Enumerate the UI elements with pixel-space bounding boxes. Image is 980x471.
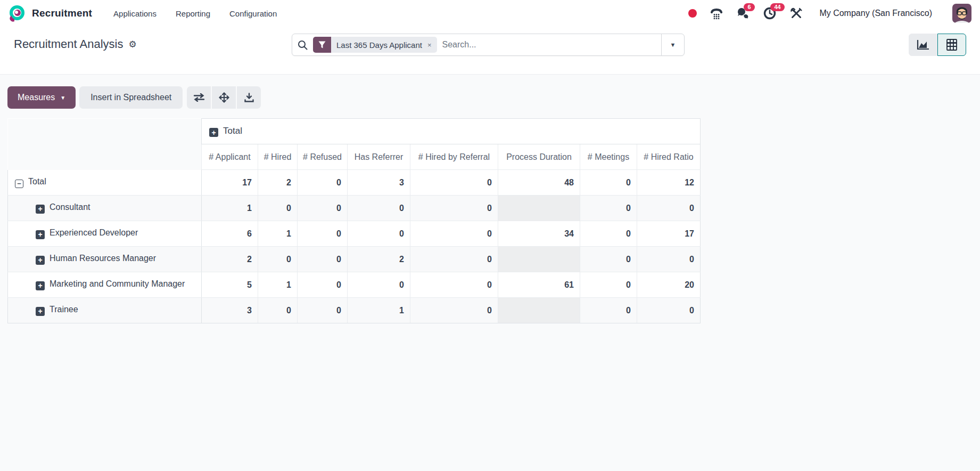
table-row-total: −Total 17 2 0 3 0 48 0 12 <box>8 170 701 196</box>
pivot-cell: 34 <box>498 221 580 247</box>
pivot-cell: 0 <box>298 272 348 298</box>
pivot-cell-empty <box>498 247 580 272</box>
pivot-cell: 2 <box>258 170 298 196</box>
facet-body: Last 365 Days Applicant × <box>331 37 437 53</box>
graph-view-button[interactable] <box>909 34 937 56</box>
pivot-cell: 12 <box>637 170 701 196</box>
row-label: Consultant <box>50 202 90 212</box>
expand-icon[interactable]: + <box>209 128 218 137</box>
expand-icon[interactable]: + <box>36 205 45 214</box>
row-label: Trainee <box>50 305 78 314</box>
pivot-view-button[interactable] <box>937 34 966 56</box>
activities-clock-icon[interactable]: 44 <box>763 7 777 20</box>
col-header-process-duration[interactable]: Process Duration <box>498 144 580 170</box>
pivot-cell: 0 <box>298 170 348 196</box>
tools-icon[interactable] <box>789 7 803 20</box>
pivot-cell: 17 <box>202 170 258 196</box>
table-row-trainee: +Trainee 3 0 0 1 0 0 0 <box>8 298 701 323</box>
measures-label: Measures <box>18 93 55 102</box>
chevron-down-icon: ▼ <box>60 95 65 101</box>
recording-status-dot <box>688 9 697 18</box>
row-label: Total <box>28 177 46 186</box>
pivot-cell: 1 <box>258 221 298 247</box>
col-header-hired[interactable]: # Hired <box>258 144 298 170</box>
download-xlsx-button[interactable] <box>237 86 261 109</box>
flip-axis-icon <box>193 93 205 102</box>
row-header-hr-manager[interactable]: +Human Resources Manager <box>8 247 202 272</box>
app-name: Recruitment <box>32 7 92 19</box>
systray: 6 44 My Company (San Francisco) <box>688 4 971 23</box>
table-row-hr-manager: +Human Resources Manager 2 0 0 2 0 0 0 <box>8 247 701 272</box>
pivot-cell: 2 <box>348 247 410 272</box>
expand-all-button[interactable] <box>212 86 236 109</box>
pivot-cell: 0 <box>348 221 410 247</box>
pivot-cell: 3 <box>348 170 410 196</box>
col-header-applicant[interactable]: # Applicant <box>202 144 258 170</box>
main-menus: Applications Reporting Configuration <box>113 9 277 18</box>
row-header-trainee[interactable]: +Trainee <box>8 298 202 323</box>
menu-applications[interactable]: Applications <box>113 9 157 18</box>
facet-remove-icon[interactable]: × <box>427 41 432 49</box>
table-row-consultant: +Consultant 1 0 0 0 0 0 0 <box>8 196 701 221</box>
pivot-cell: 0 <box>580 221 637 247</box>
insert-label: Insert in Spreadsheet <box>90 93 171 102</box>
row-label: Marketing and Community Manager <box>50 279 185 288</box>
pivot-cell: 0 <box>298 298 348 323</box>
search-options-toggle[interactable]: ▼ <box>661 34 684 55</box>
row-header-total[interactable]: −Total <box>8 170 202 196</box>
voip-phone-icon[interactable] <box>710 7 723 20</box>
pivot-origin-cell <box>8 119 202 170</box>
pivot-cell: 0 <box>410 272 498 298</box>
pivot-table-icon <box>946 38 958 51</box>
pivot-cell: 2 <box>202 247 258 272</box>
pivot-cell: 0 <box>580 247 637 272</box>
pivot-cell: 1 <box>258 272 298 298</box>
col-header-hired-by-referral[interactable]: # Hired by Referral <box>410 144 498 170</box>
col-header-meetings[interactable]: # Meetings <box>580 144 637 170</box>
flip-axis-button[interactable] <box>187 86 211 109</box>
pivot-cell: 5 <box>202 272 258 298</box>
pivot-actions <box>187 86 261 109</box>
menu-configuration[interactable]: Configuration <box>229 9 277 18</box>
pivot-cell: 0 <box>637 298 701 323</box>
pivot-cell: 0 <box>410 196 498 221</box>
expand-icon[interactable]: + <box>36 307 45 316</box>
col-header-refused[interactable]: # Refused <box>298 144 348 170</box>
pivot-cell: 0 <box>258 247 298 272</box>
pivot-cell: 0 <box>410 221 498 247</box>
pivot-cell: 1 <box>348 298 410 323</box>
user-avatar[interactable] <box>952 4 971 23</box>
collapse-icon[interactable]: − <box>15 180 23 188</box>
app-switcher[interactable]: Recruitment <box>9 5 92 22</box>
filter-facet[interactable]: Last 365 Days Applicant × <box>313 37 437 53</box>
recruitment-app-icon <box>9 5 26 22</box>
pivot-col-group-total[interactable]: +Total <box>202 119 701 144</box>
expand-icon[interactable]: + <box>36 256 45 265</box>
col-header-hired-ratio[interactable]: # Hired Ratio <box>637 144 701 170</box>
expand-icon[interactable]: + <box>36 230 45 239</box>
pivot-cell: 1 <box>202 196 258 221</box>
row-header-consultant[interactable]: +Consultant <box>8 196 202 221</box>
pivot-cell: 3 <box>202 298 258 323</box>
pivot-cell-empty <box>498 298 580 323</box>
row-header-experienced-developer[interactable]: +Experienced Developer <box>8 221 202 247</box>
company-selector[interactable]: My Company (San Francisco) <box>819 9 932 18</box>
insert-in-spreadsheet-button[interactable]: Insert in Spreadsheet <box>79 86 183 109</box>
menu-reporting[interactable]: Reporting <box>176 9 210 18</box>
top-navbar: Recruitment Applications Reporting Confi… <box>0 0 980 27</box>
measures-button[interactable]: Measures ▼ <box>7 86 76 109</box>
download-icon <box>244 93 254 102</box>
row-header-marketing-manager[interactable]: +Marketing and Community Manager <box>8 272 202 298</box>
expand-icon[interactable]: + <box>36 281 45 290</box>
pivot-cell: 0 <box>580 272 637 298</box>
app-header: Recruitment Applications Reporting Confi… <box>0 0 980 75</box>
col-group-label: Total <box>223 126 242 136</box>
gear-icon[interactable]: ⚙ <box>128 40 136 49</box>
pivot-cell: 0 <box>348 272 410 298</box>
messages-badge: 6 <box>744 3 754 11</box>
search-icon <box>298 40 308 50</box>
col-header-has-referrer[interactable]: Has Referrer <box>348 144 410 170</box>
messages-icon[interactable]: 6 <box>736 7 750 20</box>
pivot-cell: 0 <box>637 196 701 221</box>
search-input[interactable] <box>442 40 656 50</box>
